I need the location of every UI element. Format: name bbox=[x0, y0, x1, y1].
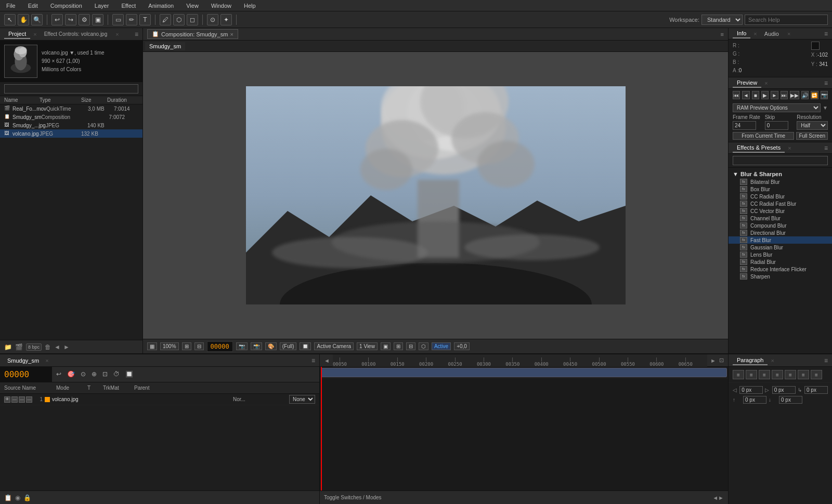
tl-ctrl-5[interactable]: ⊡ bbox=[100, 369, 110, 379]
tl-ctrl-7[interactable]: 🔲 bbox=[123, 369, 135, 379]
comp-zoom[interactable]: 100% bbox=[160, 342, 179, 350]
effects-panel-menu[interactable]: ≡ bbox=[824, 144, 828, 152]
tool-clone[interactable]: ⬡ bbox=[173, 14, 185, 25]
menu-window[interactable]: Window bbox=[209, 2, 233, 10]
layer-vis-icon[interactable]: 👁 bbox=[4, 396, 10, 403]
effect-item[interactable]: fx CC Radial Blur bbox=[729, 193, 832, 200]
comp-views[interactable]: 1 View bbox=[357, 342, 378, 350]
comp-safe-btn[interactable]: ⊟ bbox=[194, 342, 204, 350]
menu-view[interactable]: View bbox=[184, 2, 201, 10]
tool-settings[interactable]: ⚙ bbox=[79, 14, 90, 25]
from-current-btn[interactable]: From Current Time bbox=[733, 132, 794, 140]
comp-timecode[interactable]: 00000 bbox=[207, 341, 233, 352]
tool-redo[interactable]: ↪ bbox=[65, 14, 76, 25]
tool-render[interactable]: ▣ bbox=[92, 14, 103, 25]
tool-brush[interactable]: 🖊 bbox=[160, 14, 171, 25]
effect-item[interactable]: fx Directional Blur bbox=[729, 229, 832, 236]
comp-active-camera[interactable]: Active Camera bbox=[314, 342, 354, 350]
tool-zoom[interactable]: 🔍 bbox=[31, 14, 43, 25]
tool-puppet[interactable]: ✦ bbox=[220, 14, 232, 25]
delete-icon[interactable]: 🗑 bbox=[45, 343, 51, 351]
tl-ctrl-3[interactable]: ⊙ bbox=[79, 369, 88, 379]
align-center[interactable]: ≡ bbox=[746, 370, 757, 379]
effect-item[interactable]: fx Gaussian Blur bbox=[729, 244, 832, 251]
comp-quality-select[interactable]: (Full) bbox=[280, 342, 297, 350]
indent-left-input[interactable] bbox=[739, 386, 763, 394]
project-tab[interactable]: Project bbox=[4, 30, 30, 39]
tl-lock-icon[interactable]: 🔒 bbox=[23, 494, 31, 501]
prev-snapshot[interactable]: 📷 bbox=[821, 91, 828, 99]
tl-new-comp-icon[interactable]: 📋 bbox=[4, 494, 12, 501]
nav-right-icon[interactable]: ► bbox=[63, 343, 70, 351]
layer-audio-icon[interactable]: — bbox=[11, 396, 18, 403]
prev-forward-frame[interactable]: ► bbox=[771, 91, 778, 99]
menu-animation[interactable]: Animation bbox=[146, 2, 176, 10]
search-help-input[interactable] bbox=[745, 15, 828, 25]
file-row[interactable]: 🖼volcano.jpg JPEG 132 KB bbox=[0, 129, 142, 138]
tool-roto[interactable]: ⊙ bbox=[207, 14, 218, 25]
prev-back-frame[interactable]: ◄ bbox=[742, 91, 749, 99]
space-before-input[interactable] bbox=[743, 396, 766, 404]
paragraph-tab[interactable]: Paragraph bbox=[733, 356, 768, 365]
project-search-input[interactable] bbox=[4, 84, 138, 94]
tool-pen[interactable]: ✏ bbox=[126, 14, 137, 25]
effect-controls-tab[interactable]: Effect Controls: volcano.jpg bbox=[40, 30, 112, 38]
menu-help[interactable]: Help bbox=[242, 2, 258, 10]
tool-eraser[interactable]: ◻ bbox=[187, 14, 198, 25]
comp-panel-menu[interactable]: ≡ bbox=[721, 31, 724, 37]
comp-fit-btn[interactable]: ⊞ bbox=[182, 342, 191, 350]
paragraph-panel-menu[interactable]: ≡ bbox=[824, 357, 828, 364]
prev-audio[interactable]: 🔊 bbox=[801, 91, 809, 99]
menu-composition[interactable]: Composition bbox=[48, 2, 84, 10]
comp-grid-btn[interactable]: ▦ bbox=[147, 342, 157, 350]
tl-zoom-out[interactable]: ◄ bbox=[324, 357, 330, 364]
effect-item[interactable]: fx Compound Blur bbox=[729, 222, 832, 229]
align-justify-full[interactable]: ≡ bbox=[811, 370, 822, 379]
menu-file[interactable]: File bbox=[4, 2, 18, 10]
new-comp-icon[interactable]: 🎬 bbox=[15, 343, 23, 351]
effects-search-input[interactable] bbox=[733, 156, 828, 165]
track-block-1[interactable] bbox=[321, 368, 727, 377]
layer-parent-select[interactable]: None bbox=[289, 395, 315, 404]
file-row[interactable]: 🎬Real_Fo...mov QuickTime 3,0 MB 7:0014 bbox=[0, 104, 142, 113]
space-after-input[interactable] bbox=[779, 396, 802, 404]
menu-effect[interactable]: Effect bbox=[119, 2, 138, 10]
comp-subtab[interactable]: Smudgy_sm bbox=[145, 42, 185, 50]
new-folder-icon[interactable]: 📁 bbox=[4, 343, 12, 351]
prev-play[interactable]: ▶ bbox=[761, 91, 769, 99]
tool-arrow[interactable]: ↖ bbox=[4, 14, 16, 25]
effect-item[interactable]: fx Reduce Interlace Flicker bbox=[729, 266, 832, 273]
menu-layer[interactable]: Layer bbox=[93, 2, 111, 10]
ram-preview-select[interactable]: RAM Preview Options bbox=[733, 103, 821, 112]
nav-left-icon[interactable]: ◄ bbox=[54, 343, 60, 351]
file-row[interactable]: 🖼Smudgy_...jpg JPEG 140 KB bbox=[0, 121, 142, 129]
left-panel-menu[interactable]: ≡ bbox=[135, 31, 138, 38]
comp-tab-close[interactable]: × bbox=[230, 31, 233, 37]
prev-loop[interactable]: 🔁 bbox=[811, 91, 818, 99]
menu-edit[interactable]: Edit bbox=[26, 2, 40, 10]
tl-ctrl-4[interactable]: ⊕ bbox=[89, 369, 99, 379]
indent-right-input[interactable] bbox=[772, 386, 796, 394]
resolution-select[interactable]: Half bbox=[797, 121, 828, 130]
effect-item[interactable]: fx Box Blur bbox=[729, 185, 832, 193]
preview-tab[interactable]: Preview bbox=[733, 78, 761, 88]
frame-rate-input[interactable] bbox=[733, 121, 756, 130]
file-row[interactable]: 📋Smudgy_sm Composition 7:0072 bbox=[0, 113, 142, 121]
tl-ctrl-6[interactable]: ⏱ bbox=[111, 369, 122, 379]
effect-item[interactable]: fx Lens Blur bbox=[729, 251, 832, 258]
tool-hand[interactable]: ✋ bbox=[18, 14, 29, 25]
layer-row[interactable]: 👁 — — — 1 volcano.jpg Nor... None bbox=[0, 394, 319, 405]
comp-guides-btn[interactable]: ⊟ bbox=[406, 342, 415, 350]
effect-item[interactable]: fx CC Vector Blur bbox=[729, 207, 832, 215]
align-justify-r[interactable]: ≡ bbox=[798, 370, 809, 379]
comp-show-channel[interactable]: 🎨 bbox=[265, 342, 277, 350]
effect-item[interactable]: fx Channel Blur bbox=[729, 215, 832, 222]
timeline-timecode[interactable]: 00000 bbox=[0, 367, 52, 382]
effect-item[interactable]: fx Radial Blur bbox=[729, 258, 832, 266]
align-justify-l[interactable]: ≡ bbox=[772, 370, 783, 379]
blur-sharpen-category[interactable]: ▼ Blur & Sharpen bbox=[729, 170, 832, 178]
ram-preview-dropdown[interactable]: ▼ bbox=[823, 105, 828, 111]
audio-tab[interactable]: Audio bbox=[760, 30, 783, 38]
composition-viewer[interactable] bbox=[143, 52, 728, 339]
smudgy-sm-tab[interactable]: Smudgy_sm bbox=[4, 356, 42, 365]
